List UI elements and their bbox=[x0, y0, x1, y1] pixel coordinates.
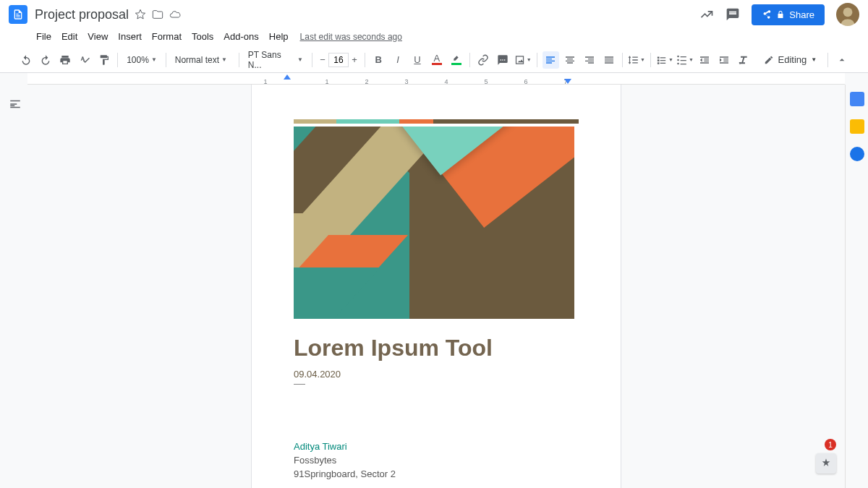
document-canvas[interactable]: Lorem Ipsum Tool 09.04.2020 Aditya Tiwar… bbox=[27, 85, 845, 488]
company-name: Fossbytes bbox=[294, 455, 579, 466]
align-center-button[interactable] bbox=[562, 51, 579, 69]
editing-mode-select[interactable]: Editing ▼ bbox=[758, 51, 823, 68]
menu-tools[interactable]: Tools bbox=[187, 29, 218, 44]
workspace: Lorem Ipsum Tool 09.04.2020 Aditya Tiwar… bbox=[0, 85, 868, 488]
text-color-button[interactable]: A bbox=[428, 51, 445, 69]
author-name: Aditya Tiwari bbox=[294, 441, 579, 452]
star-icon[interactable] bbox=[135, 9, 146, 20]
share-button[interactable]: Share bbox=[752, 4, 825, 25]
bold-button[interactable]: B bbox=[370, 51, 387, 69]
toolbar: 100%▼ Normal text▼ PT Sans N...▼ − + B I… bbox=[0, 47, 868, 73]
comments-icon[interactable] bbox=[726, 7, 740, 22]
align-left-button[interactable] bbox=[542, 51, 559, 69]
font-select[interactable]: PT Sans N...▼ bbox=[244, 51, 307, 69]
checklist-button[interactable]: ▼ bbox=[656, 51, 673, 69]
indent-decrease-button[interactable] bbox=[697, 51, 713, 69]
tasks-icon[interactable] bbox=[850, 147, 864, 161]
image-button[interactable]: ▼ bbox=[514, 51, 532, 69]
user-avatar[interactable] bbox=[836, 3, 859, 26]
calendar-icon[interactable] bbox=[850, 92, 864, 106]
zoom-select[interactable]: 100%▼ bbox=[123, 51, 161, 69]
doc-date: 09.04.2020 bbox=[294, 369, 579, 380]
notification-badge[interactable]: 1 bbox=[825, 439, 836, 450]
font-size-input[interactable] bbox=[328, 53, 349, 67]
divider bbox=[294, 384, 305, 385]
spellcheck-button[interactable] bbox=[77, 51, 93, 69]
menu-file[interactable]: File bbox=[32, 29, 56, 44]
hide-menus-button[interactable] bbox=[833, 51, 850, 69]
style-select[interactable]: Normal text▼ bbox=[171, 51, 234, 69]
redo-button[interactable] bbox=[38, 51, 54, 69]
app-header: Project proposal Share bbox=[0, 0, 868, 29]
underline-button[interactable]: U bbox=[409, 51, 426, 69]
horizontal-ruler[interactable]: 1 1 2 3 4 5 6 7 bbox=[27, 73, 845, 85]
menu-edit[interactable]: Edit bbox=[57, 29, 82, 44]
italic-button[interactable]: I bbox=[390, 51, 407, 69]
outline-toggle-icon[interactable] bbox=[9, 98, 22, 111]
side-panel bbox=[845, 85, 868, 488]
print-button[interactable] bbox=[57, 51, 74, 69]
header-stripe bbox=[294, 119, 579, 124]
menu-view[interactable]: View bbox=[83, 29, 112, 44]
menu-bar: File Edit View Insert Format Tools Add-o… bbox=[0, 29, 868, 47]
address-line: 91Springboard, Sector 2 bbox=[294, 468, 579, 479]
ruler-row: 1 1 2 3 4 5 6 7 bbox=[0, 73, 868, 85]
clear-formatting-button[interactable] bbox=[736, 51, 752, 69]
move-icon[interactable] bbox=[152, 9, 163, 20]
docs-logo-icon[interactable] bbox=[9, 5, 27, 24]
font-size-control[interactable]: − + bbox=[318, 51, 359, 69]
page: Lorem Ipsum Tool 09.04.2020 Aditya Tiwar… bbox=[252, 85, 621, 488]
menu-format[interactable]: Format bbox=[148, 29, 186, 44]
menu-help[interactable]: Help bbox=[265, 29, 293, 44]
link-button[interactable] bbox=[475, 51, 492, 69]
undo-button[interactable] bbox=[18, 51, 35, 69]
last-edit-link[interactable]: Last edit was seconds ago bbox=[300, 32, 402, 42]
line-spacing-button[interactable]: ▼ bbox=[628, 51, 645, 69]
highlight-button[interactable] bbox=[448, 51, 464, 69]
indent-increase-button[interactable] bbox=[716, 51, 733, 69]
paint-format-button[interactable] bbox=[95, 51, 112, 69]
activity-icon[interactable] bbox=[699, 7, 714, 22]
keep-icon[interactable] bbox=[850, 119, 864, 134]
doc-heading: Lorem Ipsum Tool bbox=[294, 335, 579, 361]
align-right-button[interactable] bbox=[581, 51, 597, 69]
menu-insert[interactable]: Insert bbox=[114, 29, 146, 44]
explore-button[interactable] bbox=[816, 453, 836, 474]
hero-image bbox=[294, 127, 574, 319]
menu-addons[interactable]: Add-ons bbox=[219, 29, 263, 44]
font-size-decrease[interactable]: − bbox=[318, 51, 328, 69]
cloud-icon[interactable] bbox=[169, 9, 181, 20]
font-size-increase[interactable]: + bbox=[349, 51, 359, 69]
document-title[interactable]: Project proposal bbox=[35, 7, 129, 22]
comment-button[interactable] bbox=[495, 51, 511, 69]
bullet-list-button[interactable]: ▼ bbox=[676, 51, 694, 69]
align-justify-button[interactable] bbox=[600, 51, 617, 69]
